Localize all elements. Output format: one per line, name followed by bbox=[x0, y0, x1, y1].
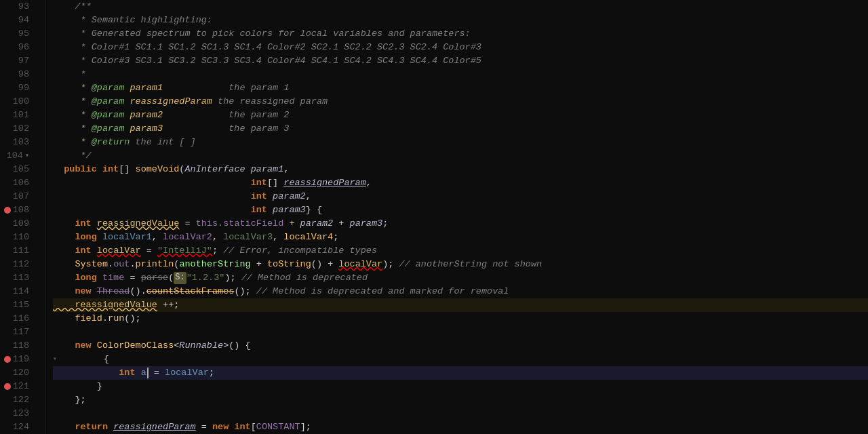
code-line-104: */ bbox=[53, 149, 868, 163]
code-line-117 bbox=[53, 326, 868, 339]
line-number-111: 111 bbox=[0, 244, 37, 258]
line-number-98: 98 bbox=[0, 68, 37, 81]
code-line-110: long localVar1, localVar2, localVar3, lo… bbox=[53, 231, 868, 244]
line-number-110: 110 bbox=[0, 231, 37, 244]
line-number-122: 122 bbox=[0, 393, 37, 407]
code-editor: 93949596979899100101102103104▾1051061071… bbox=[0, 0, 868, 434]
code-line-121: } bbox=[53, 380, 868, 393]
code-line-122: }; bbox=[53, 393, 868, 407]
code-line-107: int param2, bbox=[53, 190, 868, 203]
code-line-106: int[] reassignedParam, bbox=[53, 176, 868, 190]
code-line-119: ▾ { bbox=[53, 353, 868, 366]
code-line-109: int reassignedValue = this.staticField +… bbox=[53, 217, 868, 231]
line-number-103: 103 bbox=[0, 136, 37, 149]
line-number-102: 102 bbox=[0, 122, 37, 136]
line-number-116: 116 bbox=[0, 312, 37, 326]
code-line-103: * @return the int [ ] bbox=[53, 136, 868, 149]
code-line-99: * @param param1 the param 1 bbox=[53, 81, 868, 95]
line-number-117: 117 bbox=[0, 326, 37, 339]
line-number-112: 112 bbox=[0, 258, 37, 271]
line-number-115: 115 bbox=[0, 298, 37, 312]
line-number-101: 101 bbox=[0, 108, 37, 122]
code-line-98: * bbox=[53, 68, 868, 81]
line-number-100: 100 bbox=[0, 95, 37, 108]
code-line-97: * Color#3 SC3.1 SC3.2 SC3.3 SC3.4 Color#… bbox=[53, 54, 868, 68]
line-number-121: 121 bbox=[0, 380, 37, 393]
code-line-108: int param3} { bbox=[53, 203, 868, 217]
line-number-119: 119 bbox=[0, 353, 37, 366]
line-number-97: 97 bbox=[0, 54, 37, 68]
code-line-118: new ColorDemoClass<Runnable>() { bbox=[53, 339, 868, 353]
code-line-105: public int[] someVoid(AnInterface param1… bbox=[53, 163, 868, 176]
line-number-93: 93 bbox=[0, 0, 37, 14]
line-number-118: 118 bbox=[0, 339, 37, 353]
line-number-124: 124 bbox=[0, 420, 37, 434]
line-number-106: 106 bbox=[0, 176, 37, 190]
code-line-120: int a = localVar; bbox=[53, 366, 868, 380]
code-line-123 bbox=[53, 407, 868, 420]
code-content[interactable]: /** * Semantic highlighting: * Generated… bbox=[46, 0, 868, 434]
code-line-94: * Semantic highlighting: bbox=[53, 14, 868, 27]
code-line-124: return reassignedParam = new int[CONSTAN… bbox=[53, 420, 868, 434]
code-line-100: * @param reassignedParam the reassigned … bbox=[53, 95, 868, 108]
line-number-120: 120 bbox=[0, 366, 37, 380]
code-line-111: int localVar = "IntelliJ"; // Error, inc… bbox=[53, 244, 868, 258]
code-line-112: System.out.println(anotherString + toStr… bbox=[53, 258, 868, 271]
line-number-113: 113 bbox=[0, 271, 37, 285]
code-line-116: field.run(); bbox=[53, 312, 868, 326]
code-line-93: /** bbox=[53, 0, 868, 14]
line-number-94: 94 bbox=[0, 14, 37, 27]
line-numbers: 93949596979899100101102103104▾1051061071… bbox=[0, 0, 46, 434]
code-line-96: * Color#1 SC1.1 SC1.2 SC1.3 SC1.4 Color#… bbox=[53, 41, 868, 54]
line-number-96: 96 bbox=[0, 41, 37, 54]
line-number-109: 109 bbox=[0, 217, 37, 231]
line-number-105: 105 bbox=[0, 163, 37, 176]
code-line-115: reassignedValue ++; bbox=[53, 298, 868, 312]
line-number-99: 99 bbox=[0, 81, 37, 95]
line-number-114: 114 bbox=[0, 285, 37, 298]
line-number-95: 95 bbox=[0, 27, 37, 41]
line-number-108: 108 bbox=[0, 203, 37, 217]
code-line-101: * @param param2 the param 2 bbox=[53, 108, 868, 122]
code-line-95: * Generated spectrum to pick colors for … bbox=[53, 27, 868, 41]
code-line-114: new Thread().countStackFrames(); // Meth… bbox=[53, 285, 868, 298]
line-number-107: 107 bbox=[0, 190, 37, 203]
code-line-102: * @param param3 the param 3 bbox=[53, 122, 868, 136]
code-line-113: long time = parse(S:"1.2.3"); // Method … bbox=[53, 271, 868, 285]
line-number-123: 123 bbox=[0, 407, 37, 420]
line-number-104: 104▾ bbox=[0, 149, 37, 163]
